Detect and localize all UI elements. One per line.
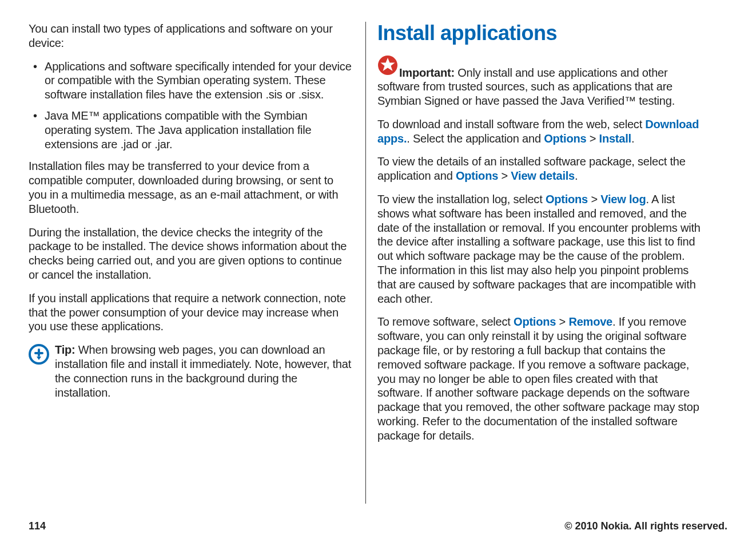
paragraph-network: If you install applications that require…	[29, 291, 354, 334]
footer: 114 © 2010 Nokia. All rights reserved.	[29, 520, 727, 532]
tip-label: Tip:	[55, 343, 75, 356]
left-column: You can install two types of application…	[29, 22, 366, 504]
section-heading: Install applications	[377, 22, 703, 45]
bullet-list: Applications and software specifically i…	[29, 60, 354, 152]
paragraph-integrity: During the installation, the device chec…	[29, 225, 354, 282]
paragraph-transfer: Installation files may be transferred to…	[29, 159, 354, 216]
list-item: Java ME™ applications compatible with th…	[29, 109, 354, 151]
link-options[interactable]: Options	[546, 193, 588, 205]
important-icon	[377, 55, 398, 79]
copyright: © 2010 Nokia. All rights reserved.	[564, 520, 727, 532]
paragraph-view-details: To view the details of an installed soft…	[377, 155, 703, 183]
link-view-log[interactable]: View log	[600, 193, 646, 205]
paragraph-remove: To remove software, select Options > Rem…	[377, 315, 703, 442]
link-remove[interactable]: Remove	[568, 315, 612, 328]
tip-body: When browsing web pages, you can downloa…	[55, 343, 351, 398]
page-number: 114	[29, 520, 46, 532]
svg-rect-2	[34, 352, 43, 354]
list-item: Applications and software specifically i…	[29, 60, 354, 102]
link-install[interactable]: Install	[599, 132, 631, 145]
page-content: You can install two types of application…	[0, 0, 756, 504]
link-options[interactable]: Options	[456, 169, 498, 182]
tip-icon	[29, 344, 49, 367]
paragraph-view-log: To view the installation log, select Opt…	[377, 192, 703, 306]
important-label: Important:	[399, 66, 455, 78]
intro-text: You can install two types of application…	[29, 22, 354, 50]
tip-text: Tip: When browsing web pages, you can do…	[55, 343, 354, 399]
link-view-details[interactable]: View details	[511, 169, 575, 182]
link-options[interactable]: Options	[514, 315, 556, 328]
tip-box: Tip: When browsing web pages, you can do…	[29, 343, 354, 399]
right-column: Install applications Important: Only ins…	[366, 22, 703, 504]
important-paragraph: Important: Only install and use applicat…	[377, 55, 703, 108]
link-options[interactable]: Options	[544, 132, 586, 145]
paragraph-download: To download and install software from th…	[377, 117, 703, 146]
